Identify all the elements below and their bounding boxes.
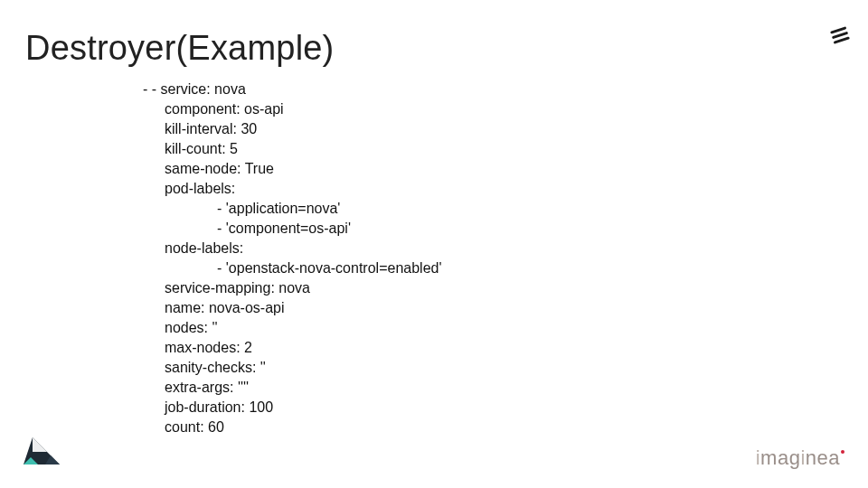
code-line: max-nodes: 2 (143, 338, 441, 358)
yaml-example-block: - - service: novacomponent: os-apikill-i… (143, 80, 441, 437)
svg-marker-4 (33, 437, 47, 452)
code-line: kill-interval: 30 (143, 119, 441, 139)
code-line: - 'component=os-api' (143, 219, 441, 239)
code-line: nodes: '' (143, 318, 441, 338)
code-line: - 'openstack-nova-control=enabled' (143, 258, 441, 278)
code-line: - - service: nova (143, 80, 441, 99)
code-line: count: 60 (143, 418, 441, 437)
code-line: job-duration: 100 (143, 398, 441, 418)
code-line: service-mapping: nova (143, 278, 441, 298)
code-line: same-node: True (143, 159, 441, 179)
code-line: kill-count: 5 (143, 139, 441, 159)
mountain-logo-icon (20, 432, 71, 472)
code-line: component: os-api (143, 99, 441, 119)
code-line: pod-labels: (143, 179, 441, 199)
page-title: Destroyer(Example) (25, 29, 334, 68)
code-line: sanity-checks: '' (143, 358, 441, 378)
imaginea-brand-text: imaginea (756, 446, 844, 470)
brand-dot-icon (841, 450, 844, 454)
code-line: name: nova-os-api (143, 298, 441, 318)
code-line: node-labels: (143, 239, 441, 258)
ericsson-stripes-icon (830, 25, 850, 45)
code-line: extra-args: '''' (143, 378, 441, 398)
code-line: - 'application=nova' (143, 199, 441, 219)
